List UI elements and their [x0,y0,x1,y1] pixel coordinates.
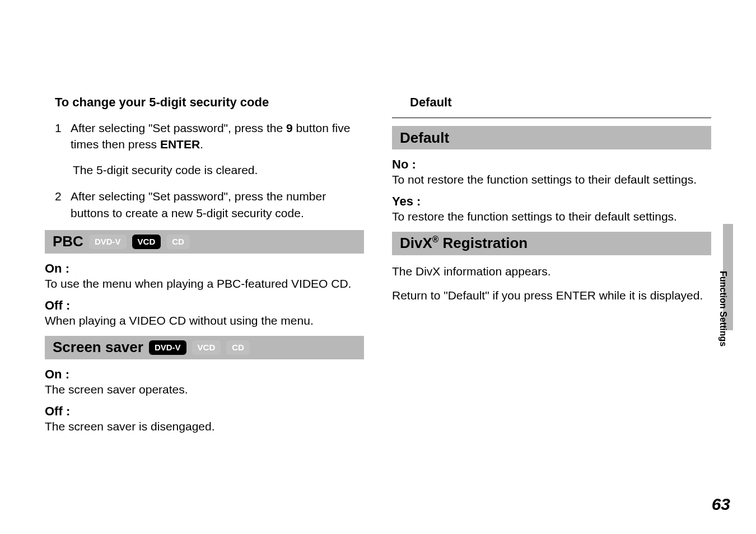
default-title: Default [400,129,449,147]
divx-title-pre: DivX [400,235,432,251]
right-column: Default Default No : To not restore the … [392,95,711,441]
screensaver-section-bar: Screen saver DVD-V VCD CD [45,336,364,359]
ss-off-label: Off : [45,404,364,419]
ss-on-label: On : [45,367,364,382]
divx-title: DivX® Registration [400,235,528,252]
pbc-section-bar: PBC DVD-V VCD CD [45,230,364,254]
default-section-bar: Default [392,126,711,149]
two-columns: To change your 5-digit security code 1 A… [45,95,711,441]
step1-enter: ENTER [160,138,200,151]
registered-mark: ® [432,235,439,245]
default-yes-label: Yes : [392,194,711,209]
pbc-title: PBC [53,233,83,250]
screensaver-title: Screen saver [53,339,143,356]
badge-vcd-ss: VCD [192,340,221,355]
divx-section-bar: DivX® Registration [392,232,711,255]
default-no-desc: To not restore the function settings to … [392,172,711,188]
step1-pre: After selecting "Set password", press th… [71,121,286,134]
step-1-row: 1 After selecting "Set password", press … [55,120,364,153]
pbc-off-label: Off : [45,298,364,313]
step1-key: 9 [286,121,293,134]
badge-vcd: VCD [132,235,161,249]
left-column: To change your 5-digit security code 1 A… [45,95,364,441]
step-number-2: 2 [55,188,63,221]
ss-off-desc: The screen saver is disengaged. [45,419,364,434]
side-section-label: Function Settings [718,271,728,346]
default-top-label: Default [410,95,711,110]
badge-cd: CD [166,235,190,249]
step-number-1: 1 [55,120,63,153]
badge-cd-ss: CD [226,340,250,355]
page-number: 63 [712,495,730,514]
step-2-row: 2 After selecting "Set password", press … [55,188,364,221]
badge-dvdv-ss: DVD-V [149,340,186,355]
pbc-off-desc: When playing a VIDEO CD without using th… [45,313,364,329]
divider-line [392,118,711,118]
pbc-on-label: On : [45,261,364,276]
ss-on-desc: The screen saver operates. [45,382,364,397]
step-2-body: After selecting "Set password", press th… [71,188,364,221]
divx-line1: The DivX information appears. [392,263,711,279]
divx-title-post: Registration [438,235,528,251]
default-no-label: No : [392,157,711,172]
pbc-on-desc: To use the menu when playing a PBC-featu… [45,276,364,292]
manual-page: To change your 5-digit security code 1 A… [0,0,756,534]
step-1-body: After selecting "Set password", press th… [71,120,364,153]
default-yes-desc: To restore the function settings to thei… [392,209,711,224]
step1-period: . [200,138,203,151]
step1-result: The 5-digit security code is cleared. [73,162,364,178]
badge-dvdv: DVD-V [89,235,127,249]
change-code-heading: To change your 5-digit security code [55,95,364,110]
divx-line2: Return to "Default" if you press ENTER w… [392,287,711,303]
